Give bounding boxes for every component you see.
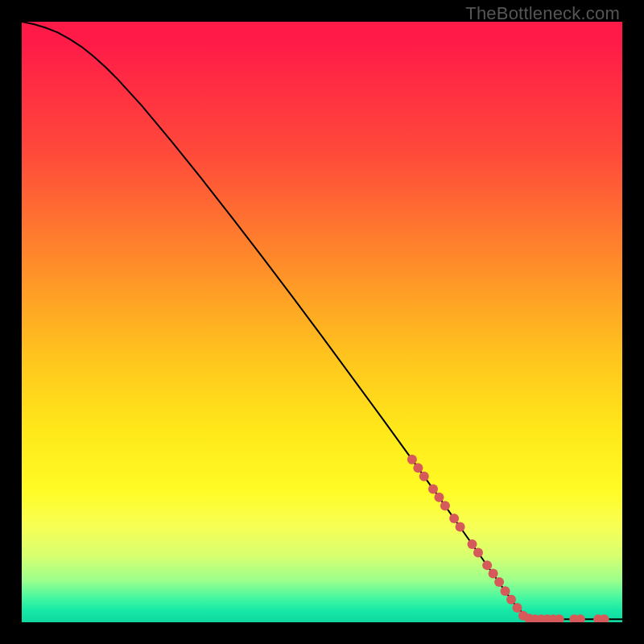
plot-area: [22, 22, 622, 622]
data-marker: [501, 586, 510, 596]
marker-group: [407, 455, 609, 622]
data-marker: [494, 577, 504, 587]
data-marker: [468, 539, 477, 549]
data-marker: [473, 547, 483, 557]
bottleneck-curve: [22, 22, 622, 619]
data-marker: [456, 522, 465, 531]
data-marker: [413, 463, 423, 473]
data-marker: [506, 595, 516, 605]
data-marker: [440, 501, 450, 510]
data-marker: [489, 569, 498, 579]
data-marker: [434, 493, 444, 502]
data-marker: [512, 603, 522, 613]
chart-frame: TheBottleneck.com: [0, 0, 644, 644]
chart-overlay: [22, 22, 622, 622]
data-marker: [407, 455, 417, 464]
data-marker: [428, 484, 438, 493]
data-marker: [482, 560, 492, 570]
data-marker: [419, 472, 429, 481]
data-marker: [449, 514, 459, 523]
